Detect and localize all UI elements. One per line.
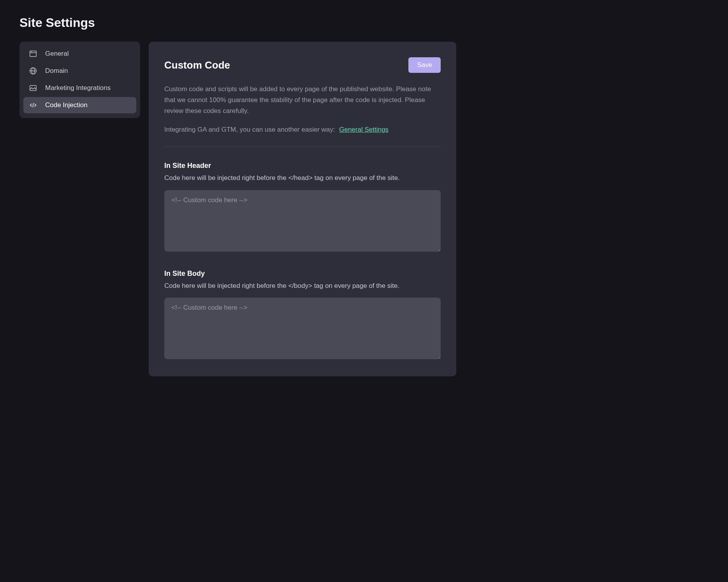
custom-code-panel: Custom Code Save Custom code and scripts… — [149, 42, 456, 376]
hint-text: Integrating GA and GTM, you can use anot… — [164, 126, 335, 133]
sidebar-item-domain[interactable]: Domain — [23, 63, 136, 79]
panel-hint: Integrating GA and GTM, you can use anot… — [164, 124, 441, 135]
svg-rect-0 — [30, 51, 37, 57]
panel-description: Custom code and scripts will be added to… — [164, 84, 441, 116]
page-title: Site Settings — [19, 16, 709, 30]
panel-title: Custom Code — [164, 59, 230, 71]
sidebar-item-label: Code Injection — [45, 101, 88, 109]
site-body-code-input[interactable] — [164, 298, 441, 359]
divider — [164, 146, 441, 147]
body-section-title: In Site Body — [164, 270, 441, 278]
image-icon — [29, 84, 37, 92]
svg-rect-6 — [30, 86, 37, 91]
svg-line-7 — [33, 103, 33, 108]
sidebar-item-label: Marketing Integrations — [45, 84, 111, 92]
settings-sidebar: General Domain Marketing Integrations — [19, 42, 140, 118]
browser-icon — [29, 49, 37, 58]
sidebar-item-general[interactable]: General — [23, 46, 136, 62]
sidebar-item-marketing[interactable]: Marketing Integrations — [23, 80, 136, 96]
general-settings-link[interactable]: General Settings — [339, 126, 389, 133]
save-button[interactable]: Save — [408, 57, 441, 73]
sidebar-item-label: General — [45, 50, 69, 58]
sidebar-item-code-injection[interactable]: Code Injection — [23, 97, 136, 113]
code-icon — [29, 101, 37, 109]
header-section-title: In Site Header — [164, 162, 441, 170]
site-header-code-input[interactable] — [164, 190, 441, 252]
body-section-desc: Code here will be injected right before … — [164, 281, 441, 291]
header-section-desc: Code here will be injected right before … — [164, 173, 441, 183]
sidebar-item-label: Domain — [45, 67, 68, 75]
globe-icon — [29, 67, 37, 75]
